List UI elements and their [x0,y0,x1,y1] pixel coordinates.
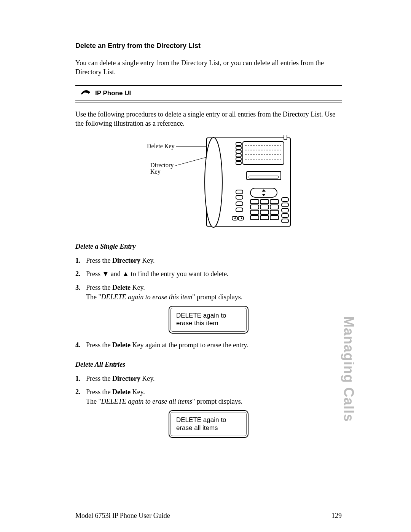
lcd-prompt-single: DELETE again to erase this item [169,306,249,334]
phone-icon-body [205,135,290,227]
svg-rect-44 [282,214,288,217]
footer-page-number: 129 [331,512,342,520]
heading-single: Delete a Single Entry [75,243,342,251]
svg-rect-11 [236,146,241,149]
svg-rect-42 [282,203,288,207]
steps-single-continued: Press the Delete Key again at the prompt… [75,340,342,350]
svg-rect-24 [236,208,243,212]
svg-rect-46 [284,135,287,139]
svg-rect-5 [243,142,284,165]
label-directory-key-l2: Key [150,168,161,175]
svg-rect-32 [250,205,259,209]
svg-rect-41 [282,198,288,201]
svg-rect-10 [236,142,241,145]
footer-left: Model 6753i IP Phone User Guide [75,512,170,520]
lcd-prompt-all: DELETE again to erase all items [169,410,249,438]
svg-rect-31 [270,200,279,204]
svg-rect-13 [236,154,241,157]
svg-rect-40 [270,216,279,220]
step-single-3: Press the Delete Key. The "DELETE again … [75,283,342,302]
callout-label: IP Phone UI [95,89,131,97]
svg-rect-23 [236,202,243,206]
step-all-1: Press the Directory Key. [75,374,342,383]
phone-illustration: Delete Key Directory Key [75,135,342,232]
step-single-4: Press the Delete Key again at the prompt… [75,340,342,350]
phone-icon [80,88,91,99]
svg-rect-35 [250,210,259,214]
down-arrow-icon: ▼ [102,270,109,278]
svg-rect-22 [236,195,243,199]
svg-rect-33 [260,205,269,209]
svg-rect-16 [247,171,281,180]
up-arrow-icon: ▲ [122,270,129,278]
svg-rect-45 [282,219,288,223]
heading-all: Delete All Entries [75,361,342,369]
label-directory-key-l1: Directory [150,162,174,169]
intro-2: Use the following procedures to delete a… [75,110,342,128]
step-single-1: Press the Directory Key. [75,256,342,265]
steps-single: Press the Directory Key. Press ▼ and ▲ t… [75,256,342,302]
section-intro: You can delete a single entry from the D… [75,58,342,77]
svg-rect-14 [236,158,241,161]
svg-rect-34 [270,205,279,209]
svg-rect-37 [270,210,279,214]
page-footer: Model 6753i IP Phone User Guide 129 [75,510,342,520]
svg-rect-38 [250,216,259,220]
section-title: Delete an Entry from the Directory List [75,42,342,50]
svg-rect-36 [260,210,269,214]
svg-point-4 [205,137,222,227]
svg-rect-39 [260,216,269,220]
callout-box: IP Phone UI [75,84,342,103]
label-delete-key: Delete Key [147,143,174,150]
steps-all: Press the Directory Key. Press the Delet… [75,374,342,407]
svg-rect-29 [250,200,259,204]
svg-rect-30 [260,200,269,204]
step-single-2: Press ▼ and ▲ to find the entry you want… [75,269,342,279]
svg-rect-15 [236,161,241,165]
svg-rect-12 [236,150,241,153]
step-all-2: Press the Delete Key. The "DELETE again … [75,387,342,406]
svg-rect-21 [236,190,243,194]
side-tab: Managing Calls [341,316,357,422]
svg-rect-43 [282,208,288,212]
